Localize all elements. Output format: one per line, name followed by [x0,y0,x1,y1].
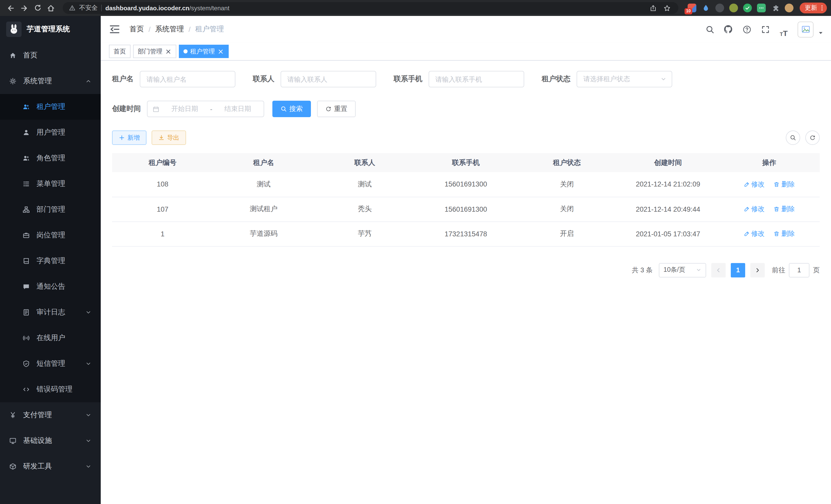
app-logo-icon [6,22,22,37]
code-icon [23,386,30,393]
delete-button[interactable]: 删除 [774,229,795,238]
edit-button[interactable]: 修改 [743,180,765,189]
tab-home[interactable]: 首页 [109,45,131,58]
toggle-search-button[interactable] [786,130,800,145]
browser-home-button[interactable] [44,1,58,14]
extensions-puzzle-icon[interactable] [771,4,780,12]
table-row[interactable]: 107 测试租户 秃头 15601691300 关闭 2021-12-14 20… [112,197,820,221]
top-navbar: 首页 / 系统管理 / 租户管理 TT [101,16,831,42]
browser-update-button[interactable]: 更新 [800,3,827,13]
yen-icon [9,412,17,419]
delete-button[interactable]: 删除 [774,205,795,214]
sidebar-item-home[interactable]: 首页 [0,42,101,68]
system-submenu: 租户管理 用户管理 角色管理 菜单管理 部门管理 [0,94,101,402]
book-icon [23,258,30,265]
sidebar-item-dict[interactable]: 字典管理 [0,248,101,274]
export-button[interactable]: 导出 [152,130,186,145]
bookmark-star-button[interactable] [662,3,672,13]
tab-dept-management[interactable]: 部门管理 [133,45,176,58]
browser-forward-button[interactable] [18,1,31,14]
table-row[interactable]: 1 芋道源码 芋艿 17321315478 开启 2021-01-05 17:0… [112,221,820,246]
font-size-icon[interactable]: TT [776,22,792,37]
breadcrumb-item[interactable]: 首页 [130,25,144,34]
address-bar[interactable]: 不安全 dashboard.yudao.iocoder.cn/system/te… [63,2,678,14]
extension-icon-olive[interactable] [729,4,738,12]
sidebar-item-label: 首页 [23,51,37,60]
trash-icon [774,181,780,187]
sidebar-item-audit-log[interactable]: 审计日志 [0,299,101,325]
user-avatar[interactable] [798,21,813,37]
search-button[interactable]: 搜索 [273,101,311,117]
page-number-button[interactable]: 1 [731,263,745,277]
share-button[interactable] [648,3,658,13]
sidebar-toggle-icon[interactable] [109,24,120,35]
profile-avatar-icon[interactable] [785,4,794,12]
extension-icon-adblock[interactable]: 10 [688,4,696,12]
date-range-picker[interactable]: 开始日期 - 结束日期 [147,101,264,117]
delete-button[interactable]: 删除 [774,180,795,189]
user-menu-caret-icon[interactable] [818,30,824,36]
app-logo[interactable]: 芋道管理系统 [0,16,101,42]
url-path: /system/tenant [190,4,229,11]
browser-menu-icon[interactable] [819,5,825,11]
page-size-select[interactable]: 10条/页 [659,263,706,277]
sidebar-item-notice[interactable]: 通知公告 [0,274,101,299]
sidebar-item-pay[interactable]: 支付管理 [0,402,101,428]
github-icon[interactable] [720,22,736,37]
users-icon [23,155,30,162]
sidebar-item-infra[interactable]: 基础设施 [0,428,101,454]
sidebar-item-user[interactable]: 用户管理 [0,120,101,145]
search-icon [281,106,287,112]
breadcrumb-item[interactable]: 系统管理 [155,25,184,34]
help-icon[interactable] [739,22,754,37]
sidebar-item-dev-tools[interactable]: 研发工具 [0,454,101,479]
extension-icon-drop[interactable] [701,4,710,12]
tenant-name-input[interactable] [140,71,235,87]
add-button[interactable]: 新增 [112,130,146,145]
prev-page-button[interactable] [711,263,726,277]
sidebar-item-role[interactable]: 角色管理 [0,145,101,171]
chevron-down-icon [85,309,91,316]
extension-icon-check[interactable] [743,4,752,12]
tenant-name-label: 租户名 [112,75,134,84]
browser-back-button[interactable] [4,1,18,14]
status-select[interactable]: 请选择租户状态 [577,71,672,87]
close-icon[interactable] [165,48,172,55]
sidebar-item-error-code[interactable]: 错误码管理 [0,377,101,402]
create-time-label: 创建时间 [112,104,141,114]
chevron-down-icon [696,267,701,273]
sidebar-item-dept[interactable]: 部门管理 [0,197,101,223]
refresh-table-button[interactable] [805,130,820,145]
tenant-name-field: 租户名 [112,71,235,87]
sidebar-item-system[interactable]: 系统管理 [0,68,101,94]
browser-reload-button[interactable] [31,1,44,14]
sidebar-item-menu[interactable]: 菜单管理 [0,171,101,197]
goto-page-input[interactable] [789,263,809,277]
edit-label: 修改 [751,180,765,189]
fullscreen-icon[interactable] [757,22,773,37]
sidebar-item-post[interactable]: 岗位管理 [0,223,101,248]
cell-tenant-id: 108 [112,172,213,197]
header-search-button[interactable] [702,22,717,37]
table-row[interactable]: 108 测试 测试 15601691300 关闭 2021-12-14 21:0… [112,172,820,197]
app-title: 芋道管理系统 [27,25,70,34]
sidebar-item-tenant[interactable]: 租户管理 [0,94,101,120]
phone-input[interactable] [429,71,524,87]
extension-icon-chat[interactable] [757,4,766,12]
chevron-left-icon [715,267,721,273]
edit-button[interactable]: 修改 [743,229,765,238]
sidebar-item-sms[interactable]: 短信管理 [0,351,101,377]
next-page-button[interactable] [750,263,765,277]
gear-icon [9,78,17,85]
tab-tenant-management[interactable]: 租户管理 [179,45,229,58]
reset-button[interactable]: 重置 [317,101,355,117]
edit-button[interactable]: 修改 [743,205,765,214]
org-tree-icon [23,206,30,213]
extension-icon-globe[interactable] [715,4,724,12]
contact-input[interactable] [281,71,376,87]
close-icon[interactable] [218,48,224,55]
contact-label: 联系人 [253,75,275,84]
url-text[interactable]: dashboard.yudao.iocoder.cn/system/tenant [105,4,644,11]
security-label[interactable]: 不安全 [79,4,98,12]
sidebar-item-online-user[interactable]: 在线用户 [0,325,101,351]
